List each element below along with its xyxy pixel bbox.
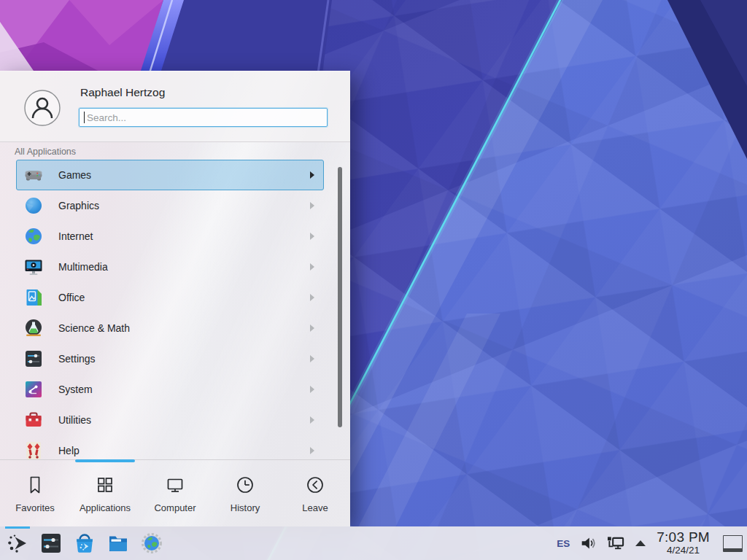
tray-expand-icon[interactable] [635, 540, 646, 546]
graphics-icon [23, 195, 44, 216]
clock-time: 7:03 PM [657, 530, 710, 545]
category-row[interactable]: Settings [16, 343, 324, 374]
clock-icon [233, 473, 257, 497]
category-label: Office [58, 292, 85, 303]
user-name: Raphael Hertzog [80, 86, 165, 99]
section-label: All Applications [15, 147, 76, 157]
footer-tab-label: Computer [154, 502, 196, 513]
discover-icon[interactable] [74, 532, 96, 554]
footer-tab[interactable]: Applications [70, 460, 140, 527]
submenu-arrow-icon [310, 294, 314, 301]
category-row[interactable]: Utilities [16, 405, 324, 435]
category-row[interactable]: Internet [16, 221, 324, 252]
category-list: Games Graphics Internet Multimedia O [0, 160, 350, 459]
monitor-icon [163, 473, 187, 497]
submenu-arrow-icon [310, 416, 314, 424]
submenu-arrow-icon [310, 447, 314, 454]
system-tray: ES 7:03 PM 4/24/21 [557, 526, 743, 560]
user-avatar[interactable] [24, 90, 61, 126]
network-icon[interactable] [606, 535, 626, 552]
category-label: System [58, 384, 93, 395]
category-row[interactable]: Games [16, 160, 324, 190]
category-label: Multimedia [58, 261, 108, 273]
browser-icon[interactable] [141, 532, 163, 554]
system-icon [23, 379, 44, 400]
digital-clock[interactable]: 7:03 PM 4/24/21 [655, 530, 711, 556]
utilities-icon [23, 410, 44, 430]
category-label: Science & Math [58, 322, 130, 334]
submenu-arrow-icon [310, 233, 314, 240]
bookmark-icon [23, 473, 47, 497]
search-input[interactable] [79, 108, 328, 127]
category-row[interactable]: Office [16, 282, 324, 313]
footer-tab-label: Leave [302, 502, 328, 513]
scrollbar-thumb[interactable] [338, 167, 342, 427]
keyboard-layout-indicator[interactable]: ES [557, 538, 570, 549]
help-icon [23, 440, 44, 459]
office-icon [23, 287, 44, 308]
category-row[interactable]: Graphics [16, 190, 324, 221]
grid-icon [93, 473, 117, 497]
category-label: Settings [58, 353, 96, 365]
show-desktop-button[interactable] [723, 535, 743, 552]
category-label: Graphics [58, 200, 99, 211]
category-row[interactable]: Help [16, 435, 324, 459]
category-row[interactable]: Science & Math [16, 313, 324, 343]
taskbar-pinned-apps [0, 526, 174, 560]
desktop: Raphael Hertzog All Applications Games G… [0, 0, 747, 560]
footer-tab-label: Applications [80, 502, 131, 513]
submenu-arrow-icon [310, 202, 314, 209]
category-label: Help [58, 445, 80, 456]
submenu-arrow-icon [310, 386, 314, 393]
submenu-arrow-icon [310, 263, 314, 271]
submenu-arrow-icon [310, 324, 314, 332]
launcher-header: Raphael Hertzog [0, 71, 350, 142]
footer-tab-label: History [231, 502, 260, 513]
category-label: Utilities [58, 414, 91, 426]
kickoff-icon[interactable] [7, 532, 28, 554]
category-row[interactable]: Multimedia [16, 252, 324, 282]
category-label: Internet [58, 230, 93, 242]
submenu-arrow-icon [310, 355, 314, 362]
footer-tab[interactable]: History [210, 460, 280, 527]
launcher-footer-tabs: Favorites Applications Computer History … [0, 459, 350, 527]
clock-date: 4/24/21 [657, 545, 710, 556]
text-cursor [84, 112, 85, 123]
globe-icon [23, 226, 44, 246]
systemsettings-icon[interactable] [40, 532, 62, 554]
science-icon [23, 318, 44, 338]
multimedia-icon [23, 257, 44, 277]
category-label: Games [58, 169, 91, 181]
footer-tab[interactable]: Leave [280, 460, 350, 527]
settings-icon [23, 349, 44, 369]
footer-tab-label: Favorites [15, 502, 54, 513]
gamepad-icon [23, 165, 44, 185]
volume-icon[interactable] [579, 534, 597, 552]
footer-tab[interactable]: Computer [140, 460, 210, 527]
category-row[interactable]: System [16, 374, 324, 405]
taskbar-panel: ES 7:03 PM 4/24/21 [0, 526, 747, 560]
application-launcher-popup: Raphael Hertzog All Applications Games G… [0, 71, 350, 526]
dolphin-icon[interactable] [107, 532, 129, 554]
leave-icon [303, 473, 327, 497]
submenu-arrow-icon [310, 171, 314, 179]
footer-tab[interactable]: Favorites [0, 460, 70, 527]
